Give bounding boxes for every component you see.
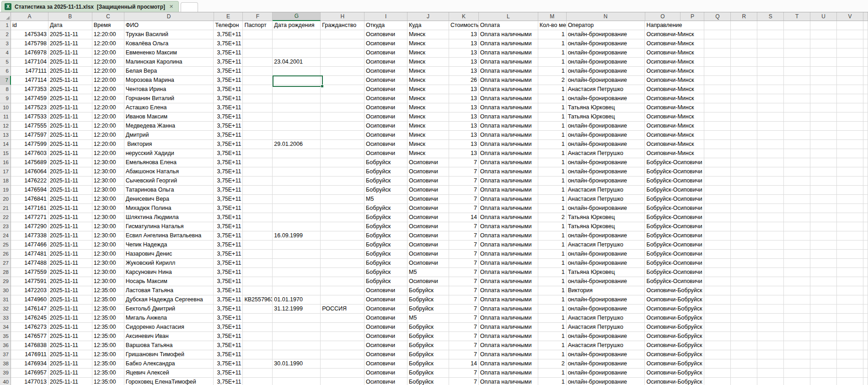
cell-E32[interactable]: 3,75E+11 [214, 305, 243, 314]
cell-U33[interactable] [810, 314, 837, 323]
cell-O4[interactable]: Осиповичи-Минск [645, 48, 680, 58]
cell-V23[interactable] [837, 222, 863, 231]
cell-E34[interactable]: 3,75E+11 [214, 323, 243, 332]
cell-E19[interactable]: 3,75E+11 [214, 186, 243, 195]
cell-R1[interactable] [731, 21, 757, 30]
cell-M28[interactable]: 1 [538, 268, 567, 277]
cell-K5[interactable]: 13 [449, 58, 479, 67]
cell-S9[interactable] [757, 94, 784, 103]
cell-R13[interactable] [731, 131, 757, 140]
cell-U9[interactable] [810, 94, 837, 103]
cell-Q33[interactable] [704, 314, 731, 323]
cell-N6[interactable]: онлайн-бронирование [567, 67, 645, 76]
cell-G27[interactable] [273, 259, 321, 268]
cell-N4[interactable]: онлайн-бронирование [567, 48, 645, 58]
column-header-B[interactable]: B [48, 12, 92, 21]
cell-O21[interactable]: Бобруйск-Осиповичи [645, 204, 680, 213]
column-header-N[interactable]: N [567, 12, 645, 21]
cell-B12[interactable]: 2025-11-11 [48, 122, 92, 131]
cell-U12[interactable] [810, 122, 837, 131]
cell-clip8[interactable] [863, 85, 868, 94]
cell-R2[interactable] [731, 30, 757, 39]
cell-F11[interactable] [243, 112, 273, 122]
cell-N39[interactable]: онлайн-бронирование [567, 369, 645, 378]
cell-S22[interactable] [757, 213, 784, 222]
cell-D10[interactable]: Асташко Елена [124, 103, 214, 112]
cell-I24[interactable]: Бобруйск [364, 231, 407, 241]
cell-U37[interactable] [810, 350, 837, 359]
cell-B34[interactable]: 2025-11-11 [48, 323, 92, 332]
cell-clip20[interactable] [863, 195, 868, 204]
cell-T30[interactable] [784, 286, 810, 295]
cell-K40[interactable]: 7 [449, 378, 479, 385]
cell-N10[interactable]: Татьяна Юрковец [567, 103, 645, 112]
cell-H7[interactable] [321, 76, 364, 85]
cell-B6[interactable]: 2025-11-11 [48, 67, 92, 76]
cell-G10[interactable] [273, 103, 321, 112]
cell-M38[interactable]: 2 [538, 359, 567, 369]
cell-A17[interactable]: 1476064 [11, 167, 48, 176]
cell-B15[interactable]: 2025-11-11 [48, 149, 92, 158]
cell-M23[interactable]: 1 [538, 222, 567, 231]
cell-clip30[interactable] [863, 286, 868, 295]
cell-clip27[interactable] [863, 259, 868, 268]
cell-K24[interactable]: 7 [449, 231, 479, 241]
cell-D33[interactable]: Мигаль Анжела [124, 314, 214, 323]
cell-J16[interactable]: Осиповичи [407, 158, 449, 167]
cell-J38[interactable]: Бобруйск [407, 359, 449, 369]
cell-V5[interactable] [837, 58, 863, 67]
cell-C8[interactable]: 12:20:00 [92, 85, 124, 94]
cell-U11[interactable] [810, 112, 837, 122]
cell-T8[interactable] [784, 85, 810, 94]
cell-F5[interactable] [243, 58, 273, 67]
cell-U1[interactable] [810, 21, 837, 30]
cell-J18[interactable]: Осиповичи [407, 176, 449, 186]
cell-I18[interactable]: Бобруйск [364, 176, 407, 186]
row-header-29[interactable]: 29 [0, 277, 11, 286]
cell-H26[interactable] [321, 250, 364, 259]
cell-A38[interactable]: 1476934 [11, 359, 48, 369]
cell-K8[interactable]: 13 [449, 85, 479, 94]
cell-R25[interactable] [731, 241, 757, 250]
cell-R35[interactable] [731, 332, 757, 341]
cell-Q15[interactable] [704, 149, 731, 158]
cell-C5[interactable]: 12:20:00 [92, 58, 124, 67]
cell-Q9[interactable] [704, 94, 731, 103]
cell-C7[interactable]: 12:20:00 [92, 76, 124, 85]
cell-C39[interactable]: 12:35:00 [92, 369, 124, 378]
cell-B33[interactable]: 2025-11-11 [48, 314, 92, 323]
cell-N20[interactable]: Анастасия Петрушко [567, 195, 645, 204]
cell-J30[interactable]: Бобруйск [407, 286, 449, 295]
cell-O26[interactable]: Бобруйск-Осиповичи [645, 250, 680, 259]
cell-A27[interactable]: 1477488 [11, 259, 48, 268]
cell-K38[interactable]: 14 [449, 359, 479, 369]
cell-I36[interactable]: Осиповичи [364, 341, 407, 350]
cell-M4[interactable]: 1 [538, 48, 567, 58]
cell-E40[interactable]: 3,75E+11 [214, 378, 243, 385]
cell-G28[interactable] [273, 268, 321, 277]
cell-I19[interactable]: Бобруйск [364, 186, 407, 195]
cell-V20[interactable] [837, 195, 863, 204]
cell-H21[interactable] [321, 204, 364, 213]
cell-O40[interactable]: Осиповичи-Бобруйск [645, 378, 680, 385]
cell-H19[interactable] [321, 186, 364, 195]
cell-B1[interactable]: Дата [48, 21, 92, 30]
cell-L20[interactable]: Оплата наличными [479, 195, 538, 204]
cell-H3[interactable] [321, 39, 364, 48]
cell-I21[interactable]: Бобруйск [364, 204, 407, 213]
cell-U8[interactable] [810, 85, 837, 94]
cell-I8[interactable]: Осиповичи [364, 85, 407, 94]
cell-S12[interactable] [757, 122, 784, 131]
cell-D11[interactable]: Иванов Максим [124, 112, 214, 122]
cell-F7[interactable] [243, 76, 273, 85]
cell-I30[interactable]: Осиповичи [364, 286, 407, 295]
cell-R17[interactable] [731, 167, 757, 176]
cell-D5[interactable]: Малинская Каролина [124, 58, 214, 67]
cell-G3[interactable] [273, 39, 321, 48]
column-header-J[interactable]: J [407, 12, 449, 21]
cell-B9[interactable]: 2025-11-11 [48, 94, 92, 103]
cell-Q29[interactable] [704, 277, 731, 286]
cell-A6[interactable]: 1477111 [11, 67, 48, 76]
row-header-3[interactable]: 3 [0, 39, 11, 48]
cell-J32[interactable]: Бобруйск [407, 305, 449, 314]
